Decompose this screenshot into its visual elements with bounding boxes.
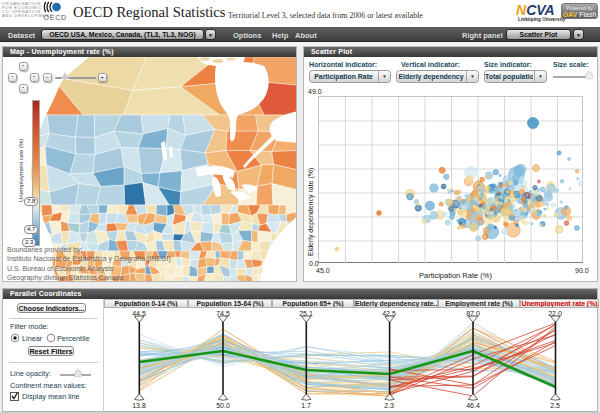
svg-text:OECD: OECD: [44, 14, 67, 21]
